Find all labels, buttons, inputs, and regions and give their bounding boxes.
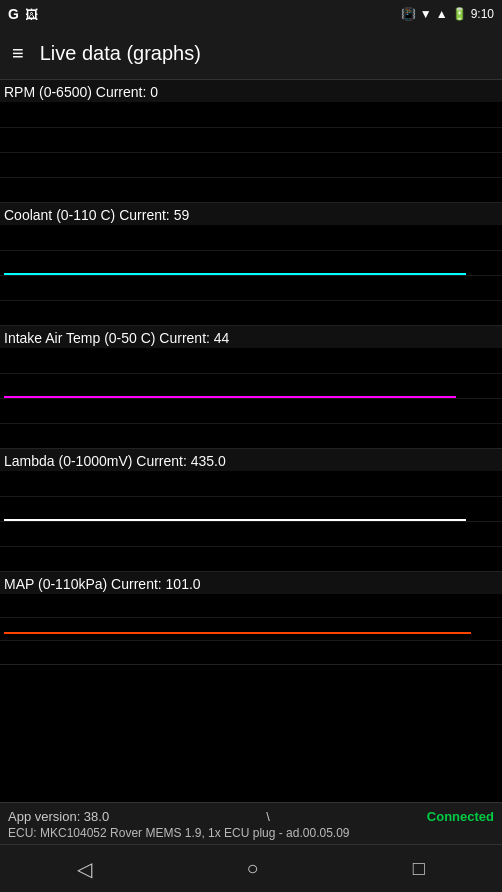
- coolant-section: Coolant (0-110 C) Current: 59: [0, 203, 502, 326]
- connection-status: Connected: [427, 809, 494, 824]
- ecu-info: ECU: MKC104052 Rover MEMS 1.9, 1x ECU pl…: [8, 826, 350, 840]
- footer: App version: 38.0 \ Connected ECU: MKC10…: [0, 802, 502, 844]
- intake-label: Intake Air Temp (0-50 C) Current: 44: [0, 326, 502, 348]
- time-display: 9:10: [471, 7, 494, 21]
- status-bar: G 🖼 📳 ▼ ▲ 🔋 9:10: [0, 0, 502, 28]
- photo-icon: 🖼: [25, 7, 38, 22]
- back-button[interactable]: ◁: [53, 849, 116, 889]
- menu-button[interactable]: ≡: [12, 42, 24, 65]
- battery-icon: 🔋: [452, 7, 467, 21]
- lambda-graph-area: [0, 471, 502, 571]
- status-bar-left: G 🖼: [8, 6, 38, 22]
- rpm-section: RPM (0-6500) Current: 0: [0, 80, 502, 203]
- intake-section: Intake Air Temp (0-50 C) Current: 44: [0, 326, 502, 449]
- g-icon: G: [8, 6, 19, 22]
- home-button[interactable]: ○: [222, 849, 282, 888]
- wifi-icon: ▼: [420, 7, 432, 21]
- rpm-graph-area: [0, 102, 502, 202]
- coolant-label: Coolant (0-110 C) Current: 59: [0, 203, 502, 225]
- lambda-line: [4, 519, 466, 521]
- nav-bar: ◁ ○ □: [0, 844, 502, 892]
- lambda-label: Lambda (0-1000mV) Current: 435.0: [0, 449, 502, 471]
- footer-row1: App version: 38.0 \ Connected: [8, 809, 494, 824]
- page-title: Live data (graphs): [40, 42, 201, 65]
- main-content: RPM (0-6500) Current: 0 Coolant (0-110 C…: [0, 80, 502, 802]
- app-version: App version: 38.0: [8, 809, 109, 824]
- coolant-line: [4, 273, 466, 275]
- vibrate-icon: 📳: [401, 7, 416, 21]
- top-bar: ≡ Live data (graphs): [0, 28, 502, 80]
- map-section: MAP (0-110kPa) Current: 101.0: [0, 572, 502, 665]
- map-label: MAP (0-110kPa) Current: 101.0: [0, 572, 502, 594]
- footer-row2: ECU: MKC104052 Rover MEMS 1.9, 1x ECU pl…: [8, 826, 494, 840]
- intake-line: [4, 396, 456, 398]
- status-bar-right: 📳 ▼ ▲ 🔋 9:10: [401, 7, 494, 21]
- lambda-section: Lambda (0-1000mV) Current: 435.0: [0, 449, 502, 572]
- map-graph-area: [0, 594, 502, 664]
- rpm-label: RPM (0-6500) Current: 0: [0, 80, 502, 102]
- signal-icon: ▲: [436, 7, 448, 21]
- footer-separator: \: [266, 809, 270, 824]
- recent-apps-button[interactable]: □: [389, 849, 449, 888]
- map-line: [4, 632, 471, 634]
- intake-graph-area: [0, 348, 502, 448]
- coolant-graph-area: [0, 225, 502, 325]
